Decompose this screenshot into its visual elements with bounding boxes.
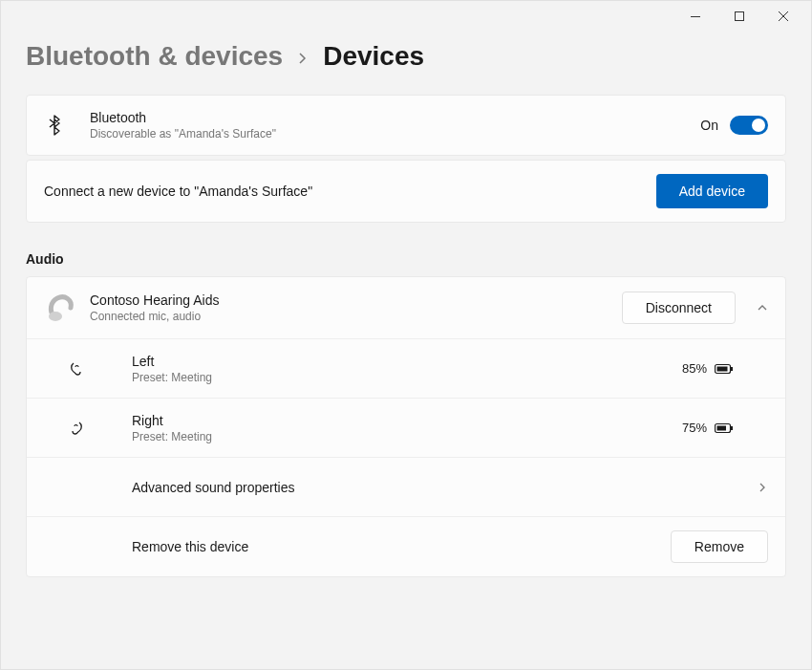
advanced-sound-label: Advanced sound properties: [132, 480, 747, 495]
hearing-aid-icon: [44, 291, 90, 325]
bluetooth-icon: [44, 114, 90, 137]
device-header-row[interactable]: Contoso Hearing Aids Connected mic, audi…: [27, 277, 785, 338]
breadcrumb-parent[interactable]: Bluetooth & devices: [26, 41, 283, 72]
left-ear-icon: [44, 361, 109, 377]
bluetooth-card: Bluetooth Discoverable as "Amanda's Surf…: [26, 95, 786, 156]
chevron-up-icon: [757, 302, 768, 313]
device-name: Contoso Hearing Aids: [90, 292, 622, 308]
disconnect-button[interactable]: Disconnect: [622, 292, 736, 324]
bluetooth-toggle-label: On: [700, 118, 718, 133]
svg-rect-7: [731, 426, 733, 430]
audio-section-label: Audio: [26, 251, 786, 267]
battery-icon: [715, 422, 734, 434]
svg-point-2: [49, 312, 62, 321]
svg-rect-5: [717, 366, 728, 371]
device-status: Connected mic, audio: [90, 310, 622, 323]
left-ear-title: Left: [132, 354, 682, 369]
svg-rect-8: [717, 425, 727, 430]
right-battery-percent: 75%: [682, 421, 707, 435]
bluetooth-subtitle: Discoverable as "Amanda's Surface": [90, 127, 700, 140]
window-controls: [1, 1, 811, 32]
bluetooth-title: Bluetooth: [90, 110, 700, 125]
connect-text: Connect a new device to "Amanda's Surfac…: [44, 184, 656, 199]
left-battery-percent: 85%: [682, 361, 707, 376]
maximize-button[interactable]: [717, 1, 761, 32]
bluetooth-toggle[interactable]: [730, 116, 768, 135]
chevron-right-icon: [296, 52, 310, 65]
add-device-button[interactable]: Add device: [656, 174, 768, 208]
remove-device-row: Remove this device Remove: [27, 516, 785, 576]
close-button[interactable]: [761, 1, 805, 32]
breadcrumb: Bluetooth & devices Devices: [26, 41, 786, 72]
chevron-right-icon: [757, 482, 768, 493]
remove-button[interactable]: Remove: [671, 530, 768, 563]
right-ear-icon: [44, 421, 109, 436]
hearing-aids-card: Contoso Hearing Aids Connected mic, audi…: [26, 276, 786, 577]
right-ear-subtitle: Preset: Meeting: [132, 430, 682, 443]
svg-rect-4: [731, 367, 733, 371]
breadcrumb-current: Devices: [323, 41, 424, 72]
svg-rect-0: [691, 16, 700, 17]
minimize-button[interactable]: [673, 1, 717, 32]
connect-card: Connect a new device to "Amanda's Surfac…: [26, 160, 786, 223]
svg-rect-1: [736, 12, 744, 21]
battery-icon: [715, 363, 734, 375]
right-ear-title: Right: [132, 413, 682, 428]
remove-device-label: Remove this device: [132, 539, 671, 554]
advanced-sound-row[interactable]: Advanced sound properties: [27, 457, 785, 516]
right-ear-row: Right Preset: Meeting 75%: [27, 398, 785, 457]
left-ear-row: Left Preset: Meeting 85%: [27, 338, 785, 398]
left-ear-subtitle: Preset: Meeting: [132, 371, 682, 384]
